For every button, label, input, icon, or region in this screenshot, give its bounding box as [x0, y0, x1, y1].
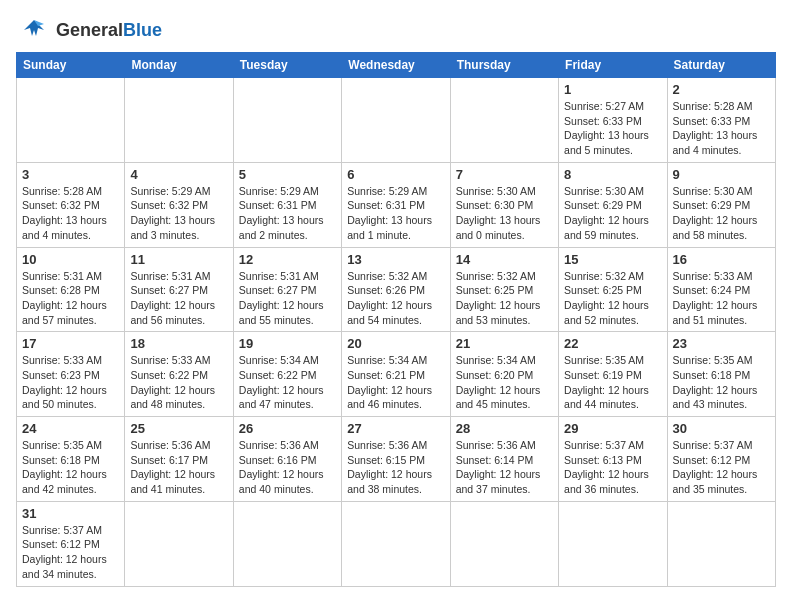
day-info: Sunrise: 5:29 AMSunset: 6:32 PMDaylight:…	[130, 184, 227, 243]
day-number: 15	[564, 252, 661, 267]
calendar-cell: 18Sunrise: 5:33 AMSunset: 6:22 PMDayligh…	[125, 332, 233, 417]
week-row-6: 31Sunrise: 5:37 AMSunset: 6:12 PMDayligh…	[17, 501, 776, 586]
day-info: Sunrise: 5:34 AMSunset: 6:22 PMDaylight:…	[239, 353, 336, 412]
calendar-cell	[125, 78, 233, 163]
calendar-cell: 2Sunrise: 5:28 AMSunset: 6:33 PMDaylight…	[667, 78, 775, 163]
day-number: 3	[22, 167, 119, 182]
week-row-3: 10Sunrise: 5:31 AMSunset: 6:28 PMDayligh…	[17, 247, 776, 332]
day-info: Sunrise: 5:31 AMSunset: 6:27 PMDaylight:…	[239, 269, 336, 328]
day-number: 13	[347, 252, 444, 267]
calendar-cell	[233, 78, 341, 163]
page-header: GeneralBlue	[16, 16, 776, 44]
day-info: Sunrise: 5:36 AMSunset: 6:14 PMDaylight:…	[456, 438, 553, 497]
calendar-cell: 5Sunrise: 5:29 AMSunset: 6:31 PMDaylight…	[233, 162, 341, 247]
day-info: Sunrise: 5:33 AMSunset: 6:22 PMDaylight:…	[130, 353, 227, 412]
day-number: 6	[347, 167, 444, 182]
day-number: 2	[673, 82, 770, 97]
calendar-cell: 7Sunrise: 5:30 AMSunset: 6:30 PMDaylight…	[450, 162, 558, 247]
calendar-cell: 15Sunrise: 5:32 AMSunset: 6:25 PMDayligh…	[559, 247, 667, 332]
calendar-cell	[233, 501, 341, 586]
calendar-cell	[559, 501, 667, 586]
day-info: Sunrise: 5:29 AMSunset: 6:31 PMDaylight:…	[239, 184, 336, 243]
column-header-tuesday: Tuesday	[233, 53, 341, 78]
day-info: Sunrise: 5:31 AMSunset: 6:28 PMDaylight:…	[22, 269, 119, 328]
day-info: Sunrise: 5:30 AMSunset: 6:29 PMDaylight:…	[564, 184, 661, 243]
day-number: 24	[22, 421, 119, 436]
day-info: Sunrise: 5:33 AMSunset: 6:24 PMDaylight:…	[673, 269, 770, 328]
day-info: Sunrise: 5:35 AMSunset: 6:18 PMDaylight:…	[22, 438, 119, 497]
week-row-5: 24Sunrise: 5:35 AMSunset: 6:18 PMDayligh…	[17, 417, 776, 502]
calendar-header-row: SundayMondayTuesdayWednesdayThursdayFrid…	[17, 53, 776, 78]
calendar-cell: 6Sunrise: 5:29 AMSunset: 6:31 PMDaylight…	[342, 162, 450, 247]
day-info: Sunrise: 5:32 AMSunset: 6:26 PMDaylight:…	[347, 269, 444, 328]
day-info: Sunrise: 5:35 AMSunset: 6:19 PMDaylight:…	[564, 353, 661, 412]
day-info: Sunrise: 5:37 AMSunset: 6:13 PMDaylight:…	[564, 438, 661, 497]
day-number: 21	[456, 336, 553, 351]
day-number: 14	[456, 252, 553, 267]
calendar-cell: 27Sunrise: 5:36 AMSunset: 6:15 PMDayligh…	[342, 417, 450, 502]
day-number: 1	[564, 82, 661, 97]
calendar-cell: 4Sunrise: 5:29 AMSunset: 6:32 PMDaylight…	[125, 162, 233, 247]
day-info: Sunrise: 5:29 AMSunset: 6:31 PMDaylight:…	[347, 184, 444, 243]
day-info: Sunrise: 5:28 AMSunset: 6:33 PMDaylight:…	[673, 99, 770, 158]
calendar-cell: 19Sunrise: 5:34 AMSunset: 6:22 PMDayligh…	[233, 332, 341, 417]
day-number: 25	[130, 421, 227, 436]
calendar-cell: 13Sunrise: 5:32 AMSunset: 6:26 PMDayligh…	[342, 247, 450, 332]
day-number: 27	[347, 421, 444, 436]
calendar-cell	[342, 501, 450, 586]
week-row-2: 3Sunrise: 5:28 AMSunset: 6:32 PMDaylight…	[17, 162, 776, 247]
day-info: Sunrise: 5:34 AMSunset: 6:20 PMDaylight:…	[456, 353, 553, 412]
day-number: 8	[564, 167, 661, 182]
calendar-cell: 1Sunrise: 5:27 AMSunset: 6:33 PMDaylight…	[559, 78, 667, 163]
calendar-cell: 29Sunrise: 5:37 AMSunset: 6:13 PMDayligh…	[559, 417, 667, 502]
calendar-cell: 10Sunrise: 5:31 AMSunset: 6:28 PMDayligh…	[17, 247, 125, 332]
calendar-cell: 11Sunrise: 5:31 AMSunset: 6:27 PMDayligh…	[125, 247, 233, 332]
calendar-cell: 21Sunrise: 5:34 AMSunset: 6:20 PMDayligh…	[450, 332, 558, 417]
day-number: 10	[22, 252, 119, 267]
day-info: Sunrise: 5:36 AMSunset: 6:16 PMDaylight:…	[239, 438, 336, 497]
day-number: 7	[456, 167, 553, 182]
day-number: 5	[239, 167, 336, 182]
logo: GeneralBlue	[16, 16, 162, 44]
day-info: Sunrise: 5:28 AMSunset: 6:32 PMDaylight:…	[22, 184, 119, 243]
column-header-saturday: Saturday	[667, 53, 775, 78]
logo-icon	[16, 16, 52, 44]
day-info: Sunrise: 5:30 AMSunset: 6:29 PMDaylight:…	[673, 184, 770, 243]
calendar-cell: 30Sunrise: 5:37 AMSunset: 6:12 PMDayligh…	[667, 417, 775, 502]
column-header-wednesday: Wednesday	[342, 53, 450, 78]
day-number: 16	[673, 252, 770, 267]
calendar-cell: 14Sunrise: 5:32 AMSunset: 6:25 PMDayligh…	[450, 247, 558, 332]
day-number: 23	[673, 336, 770, 351]
calendar-table: SundayMondayTuesdayWednesdayThursdayFrid…	[16, 52, 776, 587]
day-number: 31	[22, 506, 119, 521]
day-number: 12	[239, 252, 336, 267]
calendar-cell: 9Sunrise: 5:30 AMSunset: 6:29 PMDaylight…	[667, 162, 775, 247]
calendar-cell: 24Sunrise: 5:35 AMSunset: 6:18 PMDayligh…	[17, 417, 125, 502]
day-info: Sunrise: 5:36 AMSunset: 6:17 PMDaylight:…	[130, 438, 227, 497]
calendar-cell: 16Sunrise: 5:33 AMSunset: 6:24 PMDayligh…	[667, 247, 775, 332]
day-info: Sunrise: 5:37 AMSunset: 6:12 PMDaylight:…	[673, 438, 770, 497]
calendar-cell: 26Sunrise: 5:36 AMSunset: 6:16 PMDayligh…	[233, 417, 341, 502]
day-number: 22	[564, 336, 661, 351]
svg-marker-0	[24, 20, 44, 36]
day-number: 4	[130, 167, 227, 182]
day-number: 20	[347, 336, 444, 351]
day-number: 17	[22, 336, 119, 351]
calendar-cell	[17, 78, 125, 163]
day-number: 19	[239, 336, 336, 351]
calendar-cell: 17Sunrise: 5:33 AMSunset: 6:23 PMDayligh…	[17, 332, 125, 417]
day-info: Sunrise: 5:31 AMSunset: 6:27 PMDaylight:…	[130, 269, 227, 328]
day-info: Sunrise: 5:30 AMSunset: 6:30 PMDaylight:…	[456, 184, 553, 243]
calendar-cell	[125, 501, 233, 586]
day-number: 11	[130, 252, 227, 267]
calendar-cell: 25Sunrise: 5:36 AMSunset: 6:17 PMDayligh…	[125, 417, 233, 502]
column-header-monday: Monday	[125, 53, 233, 78]
day-info: Sunrise: 5:37 AMSunset: 6:12 PMDaylight:…	[22, 523, 119, 582]
day-info: Sunrise: 5:36 AMSunset: 6:15 PMDaylight:…	[347, 438, 444, 497]
calendar-cell	[667, 501, 775, 586]
day-info: Sunrise: 5:32 AMSunset: 6:25 PMDaylight:…	[564, 269, 661, 328]
calendar-cell: 12Sunrise: 5:31 AMSunset: 6:27 PMDayligh…	[233, 247, 341, 332]
day-info: Sunrise: 5:33 AMSunset: 6:23 PMDaylight:…	[22, 353, 119, 412]
day-number: 29	[564, 421, 661, 436]
logo-text: GeneralBlue	[56, 21, 162, 39]
